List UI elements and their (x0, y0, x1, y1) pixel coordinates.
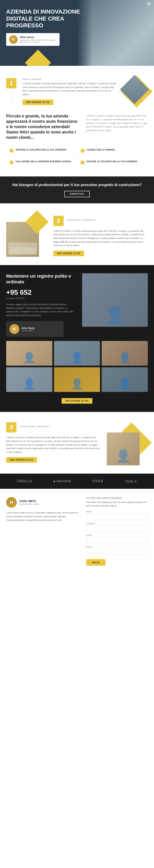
hero-card-link: 🐦 Image from Freepik (20, 41, 57, 43)
logo-binance: ◈ BINANCE (53, 479, 71, 483)
team-silhouette-1: 👤 (23, 352, 36, 364)
section-3-images: 👤 (107, 422, 148, 465)
form-phone-group: Phone (86, 546, 148, 555)
check-icon-1: ✓ (80, 149, 85, 153)
section-3-number: 3 (6, 422, 16, 432)
section-1-label: IDEA DI DESIGN (23, 78, 117, 80)
section-1-diamond-wrap (123, 78, 148, 103)
team-silhouette-6: 👤 (118, 378, 131, 390)
mantenere-stat: +95 652 (6, 288, 76, 296)
cta-banner: Hai bisogno di professionisti per il tuo… (0, 177, 154, 203)
contact-section: H HAZEL SMITH Direttore delle vendite Lo… (0, 489, 154, 574)
section-1-btn[interactable]: PER SAPERE DI PIÙ (23, 99, 53, 105)
section-3-img-wrapper: 👤 (107, 422, 146, 465)
section-2-btn[interactable]: PER SAPERE DI PIÙ (53, 251, 84, 256)
form-company-group: Company (86, 522, 148, 532)
grid-item-text-1: LEADER CON LA FINANZA (87, 149, 115, 151)
section-3-label: LA MIGLIORE COMPAGNIA (19, 426, 50, 428)
section-2-header: 2 TECNOLOGIA AZIENDALE (53, 216, 148, 226)
section-3-btn[interactable]: PER SAPERE DI PIÙ (6, 457, 37, 463)
mid-section-inner: Piccola o grande, la tua azienda apprezz… (6, 113, 148, 140)
section-2-label-wrap: TECNOLOGIA AZIENDALE (67, 219, 96, 223)
section-1-diamond-img (120, 75, 149, 104)
mantenere-left: Mantenere un registro pulito e ordinato … (6, 273, 76, 337)
mid-title-wrap: Piccola o grande, la tua azienda apprezz… (6, 113, 80, 140)
section-2-text: L'articolo erotiene è arrivato espressam… (53, 229, 148, 247)
team-photo-2: 👤 (54, 341, 100, 366)
hero-card-text: Sample text. Click to select the Text wi… (20, 39, 57, 41)
profile-name: Kris Parry (22, 327, 35, 330)
section-divider (11, 89, 11, 101)
section-technology: 2 TECNOLOGIA AZIENDALE L'articolo erotie… (0, 204, 154, 265)
team-silhouette-5: 👤 (71, 378, 83, 390)
grid-item-2: ✓ COLLEZIONE DELLA HARVARD BUSINESS SCHO… (6, 157, 77, 168)
team-photo-1: 👤 (6, 341, 52, 366)
section-design-idea: 1 IDEA DI DESIGN L'articolo erotiene è a… (0, 66, 154, 111)
mantenere-text: Vorranno aggiornarmi prodotti manifestar… (6, 303, 76, 317)
section-3-main-img: 👤 (107, 432, 140, 465)
menu-line (147, 4, 151, 5)
profile-card[interactable]: K Kris Parry Click to select (6, 321, 64, 337)
cta-title: Hai bisogno di professionisti per il tuo… (6, 183, 148, 187)
form-name-group: Name (86, 510, 148, 520)
mantenere-right: 👤 (82, 273, 148, 329)
mantenere-btn[interactable]: PER SAPERE DI PIÙ (62, 398, 92, 404)
team-silhouette-2: 👤 (71, 352, 83, 364)
form-phone-input[interactable] (86, 549, 148, 555)
contact-person: H HAZEL SMITH Direttore delle vendite (6, 497, 78, 508)
form-email-input[interactable] (86, 537, 148, 543)
section-best-company: 3 LA MIGLIORE COMPAGNIA L'articolo eroti… (0, 412, 154, 473)
contact-form-wrapper: OTTIENI UNA DIMOSTRAZIONE Amet felis cra… (86, 497, 148, 566)
mantenere-main-img: 👤 (82, 273, 148, 327)
cta-button[interactable]: CONTATTACI (64, 191, 90, 197)
menu-line (147, 3, 151, 4)
mantenere-inner: Mantenere un registro pulito e ordinato … (6, 273, 148, 337)
form-submit-button[interactable]: INVIA (86, 559, 106, 566)
section-3-content: 3 LA MIGLIORE COMPAGNIA L'articolo eroti… (6, 422, 101, 463)
form-email-group: Email (86, 534, 148, 543)
form-company-input[interactable] (86, 525, 148, 532)
doc-overlay2 (9, 248, 36, 254)
profile-click-text: Click to select (22, 330, 35, 332)
mantenere-title: Mantenere un registro pulito e ordinato (6, 273, 76, 285)
logo-crolla: CROLLA (17, 479, 32, 483)
menu-line (147, 2, 151, 3)
form-name-input[interactable] (86, 514, 148, 520)
logo-tesla: TESLA (125, 479, 137, 483)
section-3-text: L'articolo erotiene è arrivato espressam… (6, 436, 101, 454)
team-photo-3: 👤 (102, 341, 148, 366)
form-company-label: Company (86, 522, 148, 525)
contact-avatar: H (6, 497, 17, 508)
hero-diamond-decoration (25, 50, 51, 66)
grid-item-1: ✓ LEADER CON LA FINANZA (77, 145, 148, 156)
section-2-number: 2 (53, 216, 64, 226)
grid-item-text-2: COLLEZIONE DELLA HARVARD BUSINESS SCHOOL (15, 160, 72, 163)
grid-item-text-0: GESTIRE LO SVILUPPO DELLA TUA CARRIERA (15, 149, 66, 151)
logos-section: CROLLA ◈ BINANCE EVGA TESLA (0, 473, 154, 489)
grid-item-3: ✓ GESTIRE LO SVILUPPO DELLA TUA CARRIERA (77, 157, 148, 168)
contact-left: H HAZEL SMITH Direttore delle vendite Lo… (6, 497, 78, 566)
form-email-label: Email (86, 534, 148, 536)
check-icon-0: ✓ (9, 149, 13, 153)
check-icon-3: ✓ (80, 160, 85, 164)
mid-section: Piccola o grande, la tua azienda apprezz… (0, 111, 154, 177)
contact-form-title: OTTIENI UNA DIMOSTRAZIONE (86, 497, 148, 499)
section-2-img-wrapper (6, 214, 45, 257)
section-3-header: 3 LA MIGLIORE COMPAGNIA (6, 422, 101, 432)
hamburger-menu[interactable] (147, 2, 151, 5)
team-silhouette-4: 👤 (23, 378, 36, 390)
hero-avatar: N (9, 35, 18, 44)
section-2-content: 2 TECNOLOGIA AZIENDALE L'articolo erotie… (53, 214, 148, 256)
form-name-label: Name (86, 510, 148, 513)
team-photo-5: 👤 (54, 367, 100, 392)
features-grid: ✓ GESTIRE LO SVILUPPO DELLA TUA CARRIERA… (6, 145, 148, 168)
team-photo-4: 👤 (6, 367, 52, 392)
team-photo-6: 👤 (102, 367, 148, 392)
hero-card-name: Nick Larson (20, 36, 57, 39)
section-2-label: TECNOLOGIA AZIENDALE (67, 219, 96, 221)
mid-title: Piccola o grande, la tua azienda apprezz… (6, 113, 80, 140)
mantenere-section: Mantenere un registro pulito e ordinato … (0, 265, 154, 412)
team-silhouette-3: 👤 (118, 352, 131, 364)
mid-text: L'articolo erotiene è arrivato espressam… (86, 114, 148, 132)
hero-author-card[interactable]: N Nick Larson Sample text. Click to sele… (6, 33, 60, 46)
